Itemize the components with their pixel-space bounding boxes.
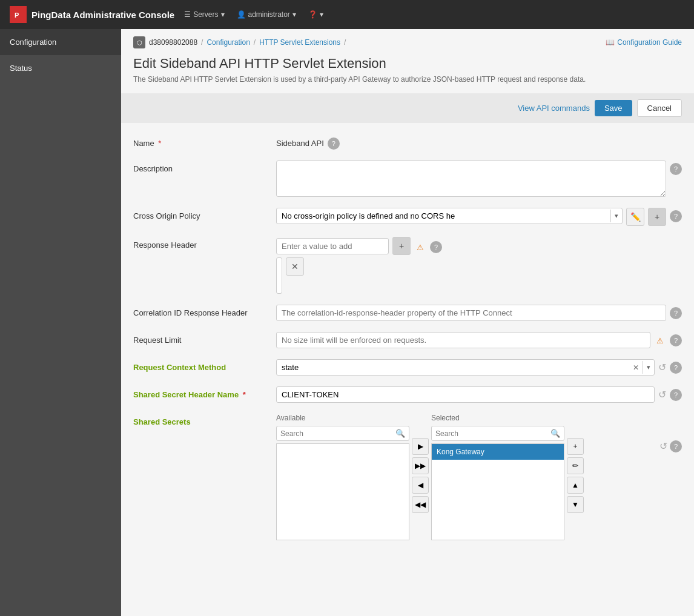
- servers-menu[interactable]: ☰ Servers ▾: [184, 10, 224, 19]
- available-list: [276, 443, 409, 540]
- request-context-clear-button[interactable]: ✕: [629, 361, 643, 374]
- request-limit-input[interactable]: [276, 332, 650, 348]
- logo: P PingData Administrative Console: [10, 6, 174, 23]
- selected-add-button[interactable]: +: [567, 438, 584, 455]
- cross-origin-edit-button[interactable]: ✏️: [626, 208, 644, 226]
- toolbar: View API commands Save Cancel: [121, 93, 694, 123]
- name-value: Sideband API: [276, 135, 324, 148]
- request-limit-warn-icon: ⚠: [654, 334, 666, 346]
- shared-secret-header-input[interactable]: [276, 386, 655, 403]
- cancel-button[interactable]: Cancel: [637, 99, 682, 117]
- response-header-row: Response Header + ⚠ ? ✕: [133, 237, 682, 294]
- request-limit-help-icon[interactable]: ?: [670, 334, 682, 346]
- shared-secret-header-help-icon[interactable]: ?: [670, 389, 682, 401]
- view-api-commands-button[interactable]: View API commands: [518, 104, 590, 113]
- list-item[interactable]: Kong Gateway: [432, 444, 564, 460]
- selected-move-down-button[interactable]: ▼: [567, 496, 584, 513]
- transfer-right-all-button[interactable]: ▶▶: [412, 457, 429, 474]
- ping-logo-icon: P: [10, 6, 27, 23]
- correlation-id-help-icon[interactable]: ?: [670, 307, 682, 319]
- response-header-add-button[interactable]: +: [392, 237, 411, 255]
- shared-secrets-label: Shared Secrets: [133, 414, 266, 426]
- name-field: Sideband API ?: [276, 135, 682, 150]
- description-row: Description ?: [133, 161, 682, 197]
- breadcrumb-instance: d38098802088: [149, 38, 197, 47]
- cross-origin-label: Cross Origin Policy: [133, 208, 266, 220]
- servers-chevron-icon: ▾: [221, 10, 225, 19]
- selected-move-up-button[interactable]: ▲: [567, 477, 584, 494]
- main-layout: Configuration Status ⬡ d38098802088 / Co…: [0, 29, 694, 616]
- request-context-field: state ✕ ▾ ↺ ?: [276, 359, 682, 376]
- cross-origin-add-button[interactable]: +: [648, 208, 666, 226]
- shared-secret-header-row: Shared Secret Header Name * ↺ ?: [133, 386, 682, 403]
- response-header-remove-button[interactable]: ✕: [286, 257, 304, 276]
- page-header: Edit Sideband API HTTP Servlet Extension…: [121, 56, 694, 93]
- help-menu[interactable]: ❓ ▾: [308, 10, 323, 19]
- name-help-icon[interactable]: ?: [328, 137, 340, 150]
- request-context-reset-icon[interactable]: ↺: [658, 362, 666, 373]
- shared-secrets-reset-icon[interactable]: ↺: [659, 440, 667, 452]
- available-search-input[interactable]: [280, 429, 393, 438]
- name-row: Name * Sideband API ?: [133, 135, 682, 150]
- page-subtitle: The Sideband API HTTP Servlet Extension …: [133, 75, 682, 84]
- request-context-select[interactable]: state: [277, 360, 629, 375]
- available-section: Available 🔍: [276, 414, 409, 540]
- selected-search-input[interactable]: [435, 429, 548, 438]
- selected-search-icon: 🔍: [550, 429, 560, 438]
- sidebar: Configuration Status: [0, 29, 121, 616]
- transfer-left-all-button[interactable]: ◀◀: [412, 496, 429, 513]
- correlation-id-row: Correlation ID Response Header ?: [133, 305, 682, 321]
- response-header-field: + ⚠ ? ✕: [276, 237, 682, 294]
- selected-list: Kong Gateway: [431, 443, 564, 540]
- response-header-input[interactable]: [276, 238, 389, 254]
- cross-origin-help-icon[interactable]: ?: [670, 210, 682, 222]
- breadcrumb-http-servlet[interactable]: HTTP Servlet Extensions: [259, 38, 340, 47]
- selected-section: Selected 🔍 Kong Gateway: [431, 414, 564, 540]
- request-context-help-icon[interactable]: ?: [670, 362, 682, 374]
- cross-origin-field: No cross-origin policy is defined and no…: [276, 208, 682, 226]
- sidebar-item-configuration[interactable]: Configuration: [0, 29, 121, 55]
- top-navigation: P PingData Administrative Console ☰ Serv…: [0, 0, 694, 29]
- breadcrumb-sep-1: /: [201, 38, 203, 47]
- page-title: Edit Sideband API HTTP Servlet Extension: [133, 56, 682, 71]
- request-context-select-wrapper: state ✕ ▾: [276, 359, 655, 376]
- cross-origin-select[interactable]: No cross-origin policy is defined and no…: [277, 208, 610, 224]
- admin-menu[interactable]: 👤 administrator ▾: [237, 10, 296, 19]
- breadcrumb-sep-2: /: [254, 38, 256, 47]
- request-context-dropdown-icon[interactable]: ▾: [643, 361, 654, 374]
- save-button[interactable]: Save: [595, 100, 632, 116]
- transfer-right-one-button[interactable]: ▶: [412, 438, 429, 455]
- cross-origin-dropdown-icon[interactable]: ▾: [610, 210, 622, 222]
- request-context-label: Request Context Method: [133, 359, 266, 372]
- help-chevron-icon: ▾: [320, 10, 323, 19]
- sidebar-item-status[interactable]: Status: [0, 55, 121, 81]
- correlation-id-label: Correlation ID Response Header: [133, 305, 266, 317]
- transfer-buttons: ▶ ▶▶ ◀ ◀◀: [412, 414, 429, 513]
- correlation-id-input[interactable]: [276, 305, 666, 321]
- response-header-list: [276, 257, 282, 294]
- config-guide-link[interactable]: 📖 Configuration Guide: [606, 38, 682, 47]
- request-limit-row: Request Limit ⚠ ?: [133, 332, 682, 348]
- shared-secret-header-reset-icon[interactable]: ↺: [658, 389, 666, 400]
- description-textarea[interactable]: [276, 161, 666, 197]
- breadcrumb-sep-3: /: [344, 38, 346, 47]
- shared-secrets-controls: ↺ ?: [659, 438, 682, 452]
- dual-list-row: Available 🔍 ▶ ▶▶ ◀ ◀◀: [276, 414, 584, 540]
- selected-edit-button[interactable]: ✏: [567, 457, 584, 474]
- available-search: 🔍: [276, 426, 409, 441]
- name-label: Name *: [133, 135, 266, 148]
- response-header-help-icon[interactable]: ?: [430, 241, 442, 253]
- response-header-list-row: ✕: [276, 257, 304, 294]
- nav-actions: ☰ Servers ▾ 👤 administrator ▾ ❓ ▾: [184, 10, 323, 19]
- shared-secret-header-field: ↺ ?: [276, 386, 682, 403]
- shared-secrets-help-icon[interactable]: ?: [670, 440, 682, 452]
- transfer-left-one-button[interactable]: ◀: [412, 477, 429, 494]
- selected-action-buttons: + ✏ ▲ ▼: [567, 414, 584, 513]
- description-help-icon[interactable]: ?: [670, 163, 682, 175]
- admin-chevron-icon: ▾: [292, 10, 296, 19]
- available-search-icon: 🔍: [395, 429, 405, 438]
- breadcrumb-configuration[interactable]: Configuration: [207, 38, 250, 47]
- help-icon: ❓: [308, 10, 317, 19]
- breadcrumb: ⬡ d38098802088 / Configuration / HTTP Se…: [121, 29, 694, 56]
- shared-secret-header-required-star: *: [243, 390, 246, 399]
